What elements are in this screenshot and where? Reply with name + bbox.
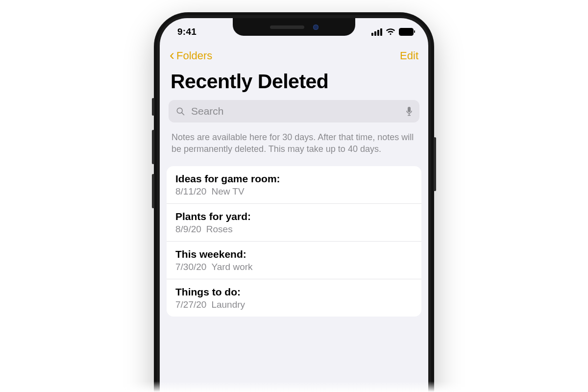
svg-rect-2: [408, 107, 411, 112]
note-subtitle: 7/27/20Laundry: [175, 299, 413, 310]
note-title: Things to do:: [175, 286, 413, 298]
note-preview: Yard work: [211, 262, 252, 272]
note-subtitle: 8/9/20Roses: [175, 224, 413, 235]
note-subtitle: 7/30/20Yard work: [175, 262, 413, 272]
nav-bar: ‹ Folders Edit: [160, 44, 428, 67]
notes-list: Ideas for game room: 8/11/20New TV Plant…: [167, 166, 421, 317]
cellular-icon: [371, 28, 382, 36]
phone-screen: 9:41 ‹ Folders: [160, 18, 428, 392]
note-date: 8/9/20: [175, 224, 201, 234]
note-date: 7/30/20: [175, 262, 206, 272]
status-time: 9:41: [177, 26, 196, 37]
phone-frame: 9:41 ‹ Folders: [154, 12, 434, 392]
back-button[interactable]: ‹ Folders: [170, 49, 212, 63]
edit-button[interactable]: Edit: [400, 49, 418, 62]
note-row[interactable]: This weekend: 7/30/20Yard work: [167, 242, 421, 279]
note-title: This weekend:: [175, 248, 413, 260]
page-title: Recently Deleted: [160, 67, 428, 100]
note-title: Plants for yard:: [175, 211, 413, 222]
volume-down-button: [152, 174, 154, 208]
note-subtitle: 8/11/20New TV: [175, 186, 413, 197]
info-banner: Notes are available here for 30 days. Af…: [160, 122, 428, 166]
front-camera: [313, 24, 318, 30]
battery-icon: [399, 28, 414, 36]
microphone-icon[interactable]: [406, 106, 413, 116]
note-date: 7/27/20: [175, 299, 206, 310]
volume-up-button: [152, 130, 154, 164]
search-icon: [175, 106, 185, 116]
note-preview: Roses: [206, 224, 233, 234]
note-date: 8/11/20: [175, 186, 206, 196]
device-notch: [233, 18, 355, 36]
note-preview: Laundry: [211, 299, 245, 310]
note-title: Ideas for game room:: [175, 173, 413, 185]
mute-switch: [152, 98, 154, 116]
status-icons: [371, 28, 414, 36]
power-button: [434, 137, 436, 191]
speaker-grille: [270, 25, 304, 29]
wifi-icon: [386, 28, 395, 36]
note-row[interactable]: Things to do: 7/27/20Laundry: [167, 279, 421, 317]
svg-line-1: [182, 113, 184, 115]
search-field[interactable]: [169, 100, 419, 122]
chevron-left-icon: ‹: [170, 48, 174, 62]
search-input[interactable]: [190, 105, 401, 118]
note-row[interactable]: Plants for yard: 8/9/20Roses: [167, 204, 421, 242]
back-label: Folders: [176, 49, 212, 62]
note-row[interactable]: Ideas for game room: 8/11/20New TV: [167, 166, 421, 204]
note-preview: New TV: [211, 186, 244, 196]
